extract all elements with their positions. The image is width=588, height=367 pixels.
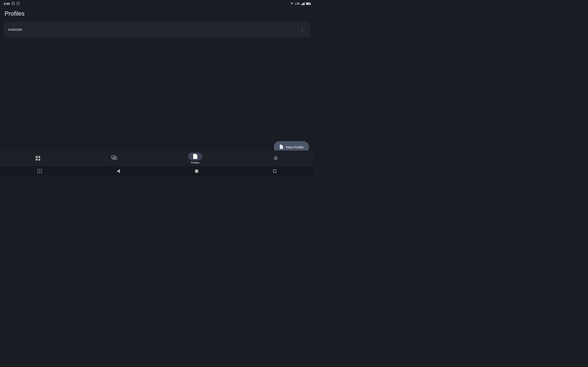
page-title-bar: Profiles [0,7,314,19]
home-button[interactable] [191,167,202,175]
battery-icon [306,2,310,5]
chat-icon [111,156,117,161]
cube-status-icon [17,2,20,6]
recents-icon [273,169,276,173]
back-icon [117,169,120,173]
profile-name: example [8,27,22,32]
page-title: Profiles [5,10,309,17]
profiles-doc-icon [193,154,197,159]
signal-icon [301,2,304,5]
dots-grid-icon [37,169,42,173]
svg-text:+: + [281,147,282,149]
lte-label: LTE [295,2,300,5]
home-icon [195,169,199,173]
nav-item-profiles[interactable]: Profiles [181,151,209,165]
new-profile-label: New Profile [286,145,304,149]
back-button[interactable] [113,167,124,175]
nav-item-settings[interactable]: ⚙ [267,154,285,163]
status-right: LTE [290,2,310,5]
new-profile-icon: + [279,144,284,150]
grid-icon [36,156,40,161]
status-time: 2:00 [4,2,10,6]
nav-label-profiles: Profiles [191,161,199,164]
recents-button[interactable] [269,168,280,175]
nav-icon-wrap-profiles [188,152,202,160]
clock-status-icon [11,2,15,6]
app-drawer-button[interactable] [34,167,46,175]
status-bar: 2:00 LTE [0,0,314,7]
nav-item-home[interactable] [29,155,47,162]
nav-item-messages[interactable] [104,154,124,162]
wifi-icon [290,2,294,5]
bottom-nav: Profiles ⚙ [0,150,314,166]
gear-icon: ⚙ [274,155,278,161]
more-options-icon[interactable]: ⋮ [299,26,305,33]
main-content: example ⋮ [0,19,314,42]
svg-rect-0 [17,3,19,5]
sys-nav-bar [0,166,314,176]
profile-list-item[interactable]: example ⋮ [4,22,310,37]
status-left: 2:00 [4,2,20,6]
